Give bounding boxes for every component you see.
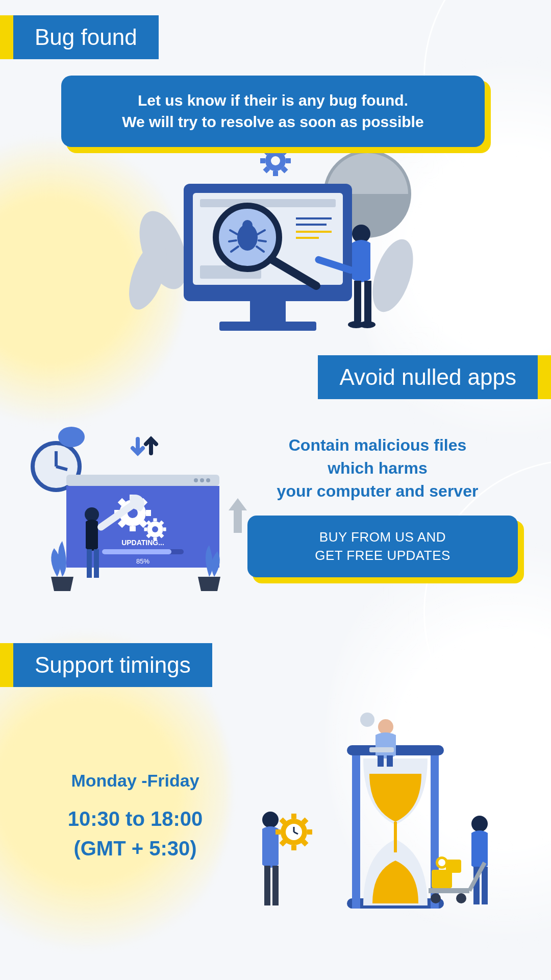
svg-rect-83 (369, 747, 394, 752)
timings-tz: (GMT + 5:30) (41, 834, 230, 863)
svg-point-101 (471, 816, 488, 832)
svg-rect-74 (94, 549, 99, 578)
updating-percent: 85% (136, 557, 149, 565)
svg-point-107 (456, 893, 466, 903)
accent-stripe (0, 15, 13, 59)
svg-point-47 (200, 478, 204, 482)
svg-point-48 (194, 478, 198, 482)
timings-hours: 10:30 to 18:00 (41, 804, 230, 834)
heading-label: Bug found (13, 15, 159, 59)
svg-line-97 (303, 819, 307, 823)
svg-line-8 (265, 168, 268, 172)
updating-label: UPDATING... (121, 538, 164, 547)
svg-rect-16 (250, 301, 286, 322)
text-line: which harms (230, 457, 525, 480)
svg-line-68 (161, 522, 163, 524)
svg-line-7 (283, 168, 286, 172)
svg-rect-37 (354, 281, 361, 322)
svg-line-65 (147, 522, 149, 524)
cta-button[interactable]: BUY FROM US AND GET FREE UPDATES (247, 516, 518, 577)
callout-line: We will try to resolve as soon as possib… (84, 111, 462, 133)
bug-callout: Let us know if their is any bug found. W… (61, 76, 485, 147)
svg-rect-71 (102, 549, 171, 554)
svg-point-69 (152, 526, 158, 532)
nulled-warning-text: Contain malicious files which harms your… (230, 434, 525, 502)
callout-bubble: Let us know if their is any bug found. W… (61, 76, 485, 147)
accent-stripe (0, 643, 13, 687)
svg-point-40 (359, 321, 375, 328)
svg-point-46 (206, 478, 210, 482)
section-heading-nulled: Avoid nulled apps (318, 355, 551, 399)
svg-point-72 (85, 507, 99, 522)
svg-point-13 (365, 234, 421, 317)
svg-line-55 (120, 500, 123, 504)
svg-rect-88 (272, 866, 279, 905)
svg-rect-17 (219, 322, 316, 331)
heading-label: Avoid nulled apps (318, 355, 538, 399)
svg-line-96 (281, 841, 285, 845)
support-timings-text: Monday -Friday 10:30 to 18:00 (GMT + 5:3… (41, 771, 230, 863)
svg-point-86 (262, 812, 279, 828)
svg-rect-38 (364, 281, 371, 322)
svg-point-111 (438, 859, 445, 866)
buy-cta[interactable]: BUY FROM US AND GET FREE UPDATES (247, 516, 518, 577)
svg-rect-73 (87, 549, 92, 578)
svg-point-106 (431, 893, 441, 903)
illustration-hourglass (219, 709, 541, 954)
svg-line-31 (229, 240, 236, 241)
text-line: Contain malicious files (230, 434, 525, 457)
svg-line-94 (281, 819, 285, 823)
svg-line-32 (259, 240, 266, 241)
illustration-updating: UPDATING... 85% (20, 424, 260, 602)
svg-line-56 (142, 522, 145, 526)
section-heading-bug: Bug found (0, 15, 159, 59)
svg-point-28 (242, 220, 253, 230)
svg-rect-109 (446, 860, 461, 873)
callout-line: Let us know if their is any bug found. (84, 90, 462, 111)
svg-rect-87 (264, 866, 270, 905)
accent-stripe (538, 355, 551, 399)
svg-point-10 (271, 156, 280, 165)
svg-line-66 (161, 535, 163, 537)
svg-point-76 (360, 713, 374, 727)
section-heading-timings: Support timings (0, 643, 212, 687)
heading-label: Support timings (13, 643, 212, 687)
svg-point-44 (58, 427, 85, 447)
svg-line-95 (303, 841, 307, 845)
timings-days: Monday -Friday (41, 771, 230, 791)
svg-line-57 (120, 522, 123, 526)
svg-rect-79 (352, 755, 360, 909)
svg-rect-104 (429, 888, 469, 893)
svg-point-82 (378, 719, 393, 734)
svg-rect-103 (482, 867, 488, 904)
svg-rect-81 (394, 822, 397, 852)
svg-rect-85 (387, 755, 393, 767)
svg-line-67 (147, 535, 149, 537)
illustration-bug-monitor (107, 148, 444, 352)
cta-line: BUY FROM US AND (272, 528, 493, 546)
cta-line: GET FREE UPDATES (272, 546, 493, 565)
text-line: your computer and server (230, 480, 525, 503)
svg-rect-84 (378, 755, 384, 767)
svg-rect-18 (200, 199, 336, 207)
